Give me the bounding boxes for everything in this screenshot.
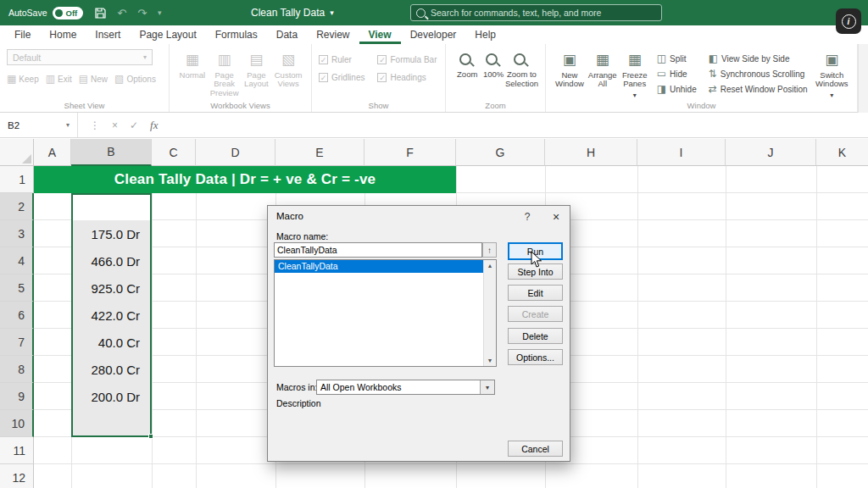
reset-window-icon: ⇄ <box>709 84 717 94</box>
unhide-button[interactable]: ◨Unhide <box>657 84 697 94</box>
zoom-to-selection-icon <box>514 53 526 65</box>
group-workbook-views: ▦Normal ▥Page Break Preview ▤Page Layout… <box>170 44 312 112</box>
column-header-g[interactable]: G <box>456 139 545 166</box>
synchronous-scrolling-button[interactable]: ⇅Synchronous Scrolling <box>709 69 808 79</box>
tab-file[interactable]: File <box>5 25 40 44</box>
row-header-1[interactable]: 1 <box>0 166 34 193</box>
column-header-k[interactable]: K <box>816 139 868 166</box>
reset-window-position-button[interactable]: ⇄Reset Window Position <box>709 84 808 94</box>
info-badge[interactable]: i <box>836 8 861 34</box>
split-button[interactable]: ◫Split <box>657 53 697 64</box>
column-header-h[interactable]: H <box>545 139 637 166</box>
row-header-7[interactable]: 7 <box>0 329 34 356</box>
tab-review[interactable]: Review <box>307 25 359 44</box>
tab-formulas[interactable]: Formulas <box>206 25 267 44</box>
cell-b5[interactable]: 925.0 Cr <box>71 274 152 302</box>
save-icon[interactable] <box>95 8 106 19</box>
name-box-caret-icon[interactable]: ▾ <box>66 121 70 129</box>
row-header-12[interactable]: 12 <box>0 464 34 488</box>
options-button[interactable]: Options... <box>508 349 563 365</box>
create-button: Create <box>508 306 563 322</box>
tab-developer[interactable]: Developer <box>401 25 466 44</box>
tab-data[interactable]: Data <box>267 25 307 44</box>
cell-b9[interactable]: 200.0 Dr <box>71 383 152 410</box>
row-header-4[interactable]: 4 <box>0 247 34 274</box>
confirm-entry-icon[interactable]: ✓ <box>130 119 138 131</box>
zoom-to-selection-button[interactable]: Zoom to Selection <box>505 49 538 89</box>
scroll-up-icon[interactable]: ▲ <box>487 263 493 269</box>
insert-function-icon[interactable]: fx <box>150 119 158 132</box>
row-header-5[interactable]: 5 <box>0 274 34 302</box>
macros-in-dropdown[interactable]: All Open Workbooks ▾ <box>316 380 495 395</box>
title-caret-icon[interactable]: ▾ <box>330 8 334 17</box>
undo-icon[interactable]: ↶ <box>117 7 126 19</box>
list-scrollbar[interactable]: ▲ ▼ <box>483 260 496 366</box>
tab-view[interactable]: View <box>359 25 401 44</box>
cancel-entry-icon[interactable]: × <box>112 119 118 131</box>
dialog-title: Macro <box>276 211 303 221</box>
formula-input[interactable] <box>158 113 868 137</box>
tab-insert[interactable]: Insert <box>86 25 130 44</box>
tab-help[interactable]: Help <box>465 25 505 44</box>
hide-button[interactable]: ▭Hide <box>657 69 697 79</box>
row-header-8[interactable]: 8 <box>0 356 34 383</box>
column-header-j[interactable]: J <box>726 139 816 166</box>
row-header-9[interactable]: 9 <box>0 383 34 410</box>
column-header-e[interactable]: E <box>275 139 364 166</box>
active-cell-b2[interactable] <box>73 195 150 220</box>
select-all-corner[interactable] <box>0 139 34 166</box>
record-up-icon[interactable]: ↑ <box>482 242 497 258</box>
cell-b7[interactable]: 40.0 Cr <box>71 329 152 356</box>
column-header-d[interactable]: D <box>196 139 275 166</box>
row-header-2[interactable]: 2 <box>0 193 34 220</box>
normal-view-icon: ▦ <box>186 52 199 69</box>
new-window-button[interactable]: ▣New Window <box>553 49 587 100</box>
normal-view-button: ▦Normal <box>176 49 209 80</box>
zoom-100-button[interactable]: 100% <box>481 49 505 80</box>
fill-handle[interactable] <box>148 434 153 439</box>
row-header-3[interactable]: 3 <box>0 220 34 247</box>
tab-page-layout[interactable]: Page Layout <box>130 25 205 44</box>
cancel-button[interactable]: Cancel <box>508 441 563 457</box>
zoom-button[interactable]: Zoom <box>453 49 481 80</box>
freeze-panes-button[interactable]: ▦Freeze Panes▾ <box>619 49 651 100</box>
column-header-a[interactable]: A <box>34 139 71 166</box>
document-title-text: Clean Tally Data <box>251 7 325 19</box>
switch-windows-button[interactable]: ▣Switch Windows▾ <box>814 49 850 100</box>
autosave-toggle[interactable]: AutoSave Off <box>8 7 83 19</box>
side-by-side-icon: ◧ <box>709 53 718 64</box>
delete-button[interactable]: Delete <box>508 328 563 344</box>
title-banner-cell[interactable]: Clean Tally Data | Dr = + ve & Cr = -ve <box>34 166 456 193</box>
macro-list[interactable]: CleanTallyData ▲ ▼ <box>274 259 497 367</box>
macro-list-item-selected[interactable]: CleanTallyData <box>275 260 483 273</box>
dialog-close-button[interactable]: × <box>546 209 566 225</box>
search-box[interactable] <box>410 4 662 21</box>
customize-qat-icon[interactable]: ▾ <box>158 8 162 17</box>
group-label-window: Window <box>546 101 857 110</box>
redo-icon[interactable]: ↷ <box>137 7 147 19</box>
view-side-by-side-button[interactable]: ◧View Side by Side <box>709 53 808 64</box>
cell-b4[interactable]: 466.0 Dr <box>71 247 152 274</box>
cell-b6[interactable]: 422.0 Cr <box>71 302 152 329</box>
dropdown-caret-icon[interactable]: ▾ <box>480 380 494 394</box>
cell-b8[interactable]: 280.0 Cr <box>71 356 152 383</box>
row-header-6[interactable]: 6 <box>0 302 34 329</box>
document-title: Clean Tally Data ▾ <box>251 0 334 25</box>
tab-home[interactable]: Home <box>40 25 86 44</box>
name-box[interactable]: B2 ▾ <box>0 113 78 137</box>
column-header-f[interactable]: F <box>364 139 456 166</box>
edit-button[interactable]: Edit <box>508 285 563 301</box>
column-header-b[interactable]: B <box>71 139 152 166</box>
dialog-help-button[interactable]: ? <box>519 209 536 225</box>
scroll-down-icon[interactable]: ▼ <box>487 358 493 363</box>
column-header-c[interactable]: C <box>152 139 196 166</box>
search-input[interactable] <box>431 8 656 18</box>
autosave-pill[interactable]: Off <box>53 7 84 19</box>
group-label-show: Show <box>312 101 445 110</box>
macro-name-input[interactable] <box>274 242 482 258</box>
column-header-i[interactable]: I <box>637 139 726 166</box>
row-header-10[interactable]: 10 <box>0 410 34 437</box>
row-header-11[interactable]: 11 <box>0 437 34 464</box>
arrange-all-button[interactable]: ▦Arrange All <box>587 49 619 100</box>
cell-b3[interactable]: 175.0 Dr <box>71 220 152 247</box>
